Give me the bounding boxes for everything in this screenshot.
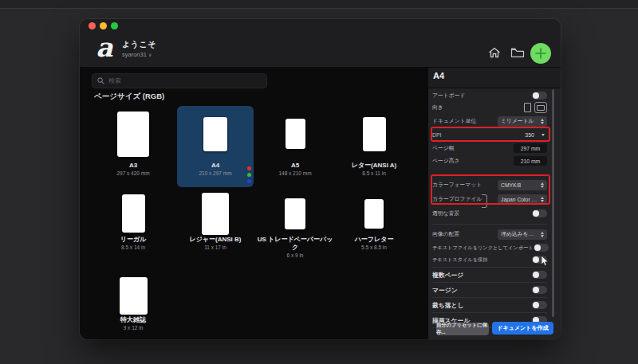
- orientation-row: 向き: [432, 102, 547, 113]
- preset-name: ハーフレター: [336, 236, 412, 244]
- color-format-dropdown[interactable]: CMYK/8: [498, 180, 547, 190]
- preset-dims: 5.5 x 8.5 in: [336, 244, 412, 251]
- updown-chevron-icon: [541, 197, 544, 202]
- page-thumbnail: [177, 106, 254, 162]
- margins-label: マージン: [432, 286, 458, 295]
- units-value: ミリメートル: [501, 117, 534, 125]
- selected-preset-title: A4: [433, 71, 444, 80]
- red-channel-dot: [247, 166, 251, 170]
- preset-dims: 8.5 x 11 in: [336, 170, 412, 177]
- panel-title-row: A4: [428, 68, 561, 88]
- import-text-linked-toggle[interactable]: [534, 244, 549, 252]
- preset-card-magazine-oversize[interactable]: 特大雑誌 9 x 12 in: [95, 275, 171, 331]
- new-document-plus-button[interactable]: [530, 43, 551, 64]
- page-width-field[interactable]: 297 mm: [514, 143, 547, 153]
- units-row: ドキュメント単位 ミリメートル: [432, 115, 547, 127]
- app-window: a ようこそ syaron31 ∨ ページサイズ (RGB) A: [80, 19, 561, 339]
- chevron-down-icon: [542, 134, 545, 136]
- page-width-value: 297 mm: [521, 146, 541, 151]
- margins-toggle[interactable]: [532, 286, 547, 294]
- color-format-label: カラーフォーマット: [432, 181, 482, 189]
- image-placement-value: 埋め込みを優先: [501, 230, 539, 238]
- page-thumbnail: [95, 106, 171, 162]
- dpi-label: DPI: [432, 132, 441, 138]
- search-input[interactable]: [108, 77, 252, 84]
- portrait-orientation-icon[interactable]: [524, 103, 531, 112]
- multiple-pages-label: 複数ページ: [432, 271, 463, 280]
- mouse-cursor-icon: [541, 255, 549, 270]
- page-height-value: 210 mm: [521, 159, 541, 164]
- artboard-label: アートボード: [432, 92, 465, 100]
- preset-dims: 9 x 12 in: [95, 324, 171, 331]
- preset-card-ledger[interactable]: レジャー(ANSI B) 11 x 17 in: [177, 191, 254, 251]
- app-header: a ようこそ syaron31 ∨: [80, 19, 561, 68]
- color-profile-value: Japan Color 20...: [501, 197, 539, 202]
- page-width-row: ページ幅 297 mm: [432, 143, 547, 154]
- preset-dims: 210 x 297 mm: [177, 170, 254, 177]
- page-thumbnail: [336, 106, 412, 162]
- preset-card-letter[interactable]: レター(ANSI A) 8.5 x 11 in: [336, 106, 412, 177]
- keep-text-styles-label: テキストスタイルを保持: [432, 256, 487, 264]
- preset-card-us-trade[interactable]: US トレードペーパーバック 6 x 9 in: [257, 191, 333, 259]
- close-window-button[interactable]: [89, 22, 96, 29]
- page-thumbnail: [257, 191, 333, 236]
- color-profile-row: カラープロファイル Japan Color 20...: [432, 194, 547, 205]
- window-titlebar[interactable]: [80, 19, 561, 33]
- preset-name: US トレードペーパーバック: [257, 236, 333, 252]
- color-format-value: CMYK/8: [501, 182, 521, 188]
- dpi-value: 350: [525, 132, 534, 138]
- create-document-button[interactable]: ドキュメントを作成: [492, 322, 553, 335]
- landscape-orientation-selected[interactable]: [534, 102, 547, 113]
- preset-name: レジャー(ANSI B): [177, 236, 254, 244]
- preset-card-legal[interactable]: リーガル 8.5 x 14 in: [95, 191, 171, 251]
- open-folder-icon[interactable]: [510, 46, 523, 59]
- preset-card-a3[interactable]: A3 297 x 420 mm: [95, 106, 171, 177]
- bleed-toggle[interactable]: [532, 301, 547, 309]
- preset-name: A3: [95, 162, 171, 170]
- divider: [432, 312, 547, 313]
- affinity-logo-icon: a: [92, 33, 117, 63]
- divider: [432, 282, 547, 283]
- home-icon[interactable]: [488, 46, 501, 59]
- page-width-label: ページ幅: [432, 144, 455, 152]
- screenshot-stage: a ようこそ syaron31 ∨ ページサイズ (RGB) A: [0, 0, 638, 364]
- color-profile-label: カラープロファイル: [432, 195, 482, 203]
- transparent-bg-row: 透明な背景: [432, 208, 547, 219]
- zoom-window-button[interactable]: [111, 22, 118, 29]
- import-text-linked-label: テキストファイルをリンクとしてインポート: [432, 245, 534, 252]
- units-dropdown[interactable]: ミリメートル: [498, 116, 547, 127]
- image-placement-label: 画像の配置: [432, 230, 459, 238]
- transparent-bg-toggle[interactable]: [532, 209, 547, 217]
- updown-chevron-icon: [541, 182, 544, 188]
- preset-name: リーガル: [95, 236, 171, 244]
- page-height-field[interactable]: 210 mm: [514, 156, 547, 166]
- import-text-linked-row: テキストファイルをリンクとしてインポート: [432, 242, 547, 253]
- search-icon: [97, 77, 104, 84]
- image-placement-dropdown[interactable]: 埋め込みを優先: [498, 229, 547, 240]
- preset-name: レター(ANSI A): [336, 162, 412, 170]
- orientation-label: 向き: [432, 104, 443, 112]
- divider: [432, 297, 547, 298]
- account-menu[interactable]: syaron31 ∨: [122, 51, 152, 58]
- preset-name: A4: [177, 162, 254, 170]
- page-thumbnail: [95, 275, 171, 316]
- page-title: ようこそ: [122, 39, 156, 50]
- preset-card-a4-selected[interactable]: A4 210 x 297 mm: [177, 106, 254, 187]
- save-preset-button[interactable]: 自分のプリセットに保存...: [436, 323, 489, 335]
- updown-chevron-icon: [541, 232, 544, 237]
- preset-dims: 8.5 x 14 in: [95, 244, 171, 251]
- dpi-dropdown[interactable]: 350: [525, 132, 547, 138]
- search-box[interactable]: [92, 73, 267, 88]
- bleed-row: 裁ち落とし: [432, 299, 547, 311]
- minimize-window-button[interactable]: [100, 22, 107, 29]
- color-profile-dropdown[interactable]: Japan Color 20...: [498, 194, 547, 205]
- preset-dims: 6 x 9 in: [257, 252, 333, 259]
- units-label: ドキュメント単位: [432, 117, 476, 125]
- multiple-pages-toggle[interactable]: [532, 271, 547, 279]
- preset-card-a5[interactable]: A5 148 x 210 mm: [257, 106, 333, 177]
- landscape-orientation-icon: [537, 105, 545, 111]
- panel-scrollbar[interactable]: [552, 89, 554, 317]
- artboard-toggle[interactable]: [532, 92, 547, 100]
- preset-card-half-letter[interactable]: ハーフレター 5.5 x 8.5 in: [336, 191, 412, 251]
- preset-dims: 297 x 420 mm: [95, 170, 171, 177]
